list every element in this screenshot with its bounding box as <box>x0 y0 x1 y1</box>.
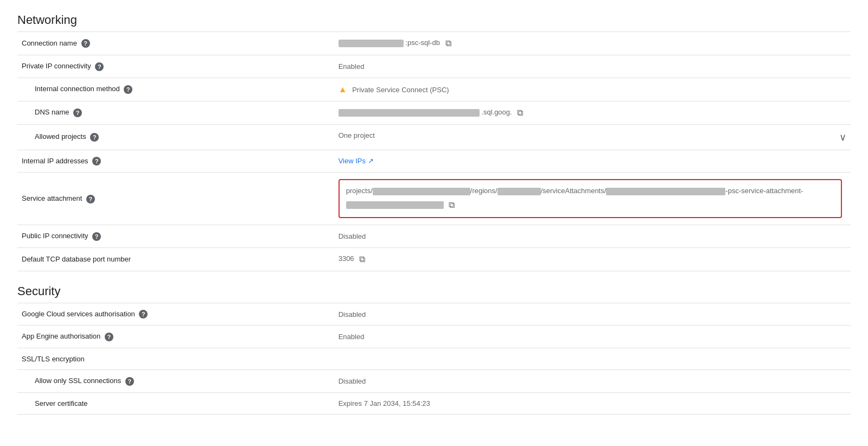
connection-name-copy-icon[interactable]: ⧉ <box>445 39 451 48</box>
server-cert-label: Server certificate <box>17 392 334 414</box>
table-row: Internal IP addresses ? View IPs ↗ <box>17 150 851 173</box>
allow-ssl-help-icon[interactable]: ? <box>125 377 134 386</box>
table-row: Default TCP database port number 3306 ⧉ <box>17 247 851 271</box>
dns-name-label: DNS name ? <box>17 101 334 124</box>
table-row: Allow only SSL connections ? Disabled <box>17 370 851 393</box>
table-row: Private IP connectivity ? Enabled <box>17 55 851 78</box>
internal-ip-label: Internal IP addresses ? <box>17 150 334 173</box>
internal-ip-help-icon[interactable]: ? <box>92 157 101 165</box>
table-row: App Engine authorisation ? Enabled <box>17 326 851 348</box>
ssl-tls-label: SSL/TLS encryption <box>17 348 334 370</box>
dns-name-copy-icon[interactable]: ⧉ <box>517 108 523 118</box>
table-row: Google Cloud services authorisation ? Di… <box>17 303 851 326</box>
service-attachment-value: projects//regions//serviceAttachments/-p… <box>334 173 851 225</box>
networking-title: Networking <box>17 13 851 27</box>
tcp-port-copy-icon[interactable]: ⧉ <box>359 254 365 264</box>
dns-name-help-icon[interactable]: ? <box>73 109 82 117</box>
allow-ssl-value: Disabled <box>334 370 851 393</box>
ssl-tls-value <box>334 348 851 370</box>
connection-name-redacted <box>339 40 404 47</box>
private-ip-label: Private IP connectivity ? <box>17 55 334 78</box>
internal-ip-value: View IPs ↗ <box>334 150 851 173</box>
connection-name-help-icon[interactable]: ? <box>81 39 90 48</box>
connection-name-suffix: :psc-sql-db <box>405 39 440 47</box>
server-cert-value: Expires 7 Jan 2034, 15:54:23 <box>334 392 851 414</box>
gcs-auth-label: Google Cloud services authorisation ? <box>17 303 334 326</box>
table-row: Internal connection method ? ▲ Private S… <box>17 78 851 101</box>
allowed-projects-value: One project ∨ <box>334 124 851 150</box>
service-attachment-copy-icon[interactable]: ⧉ <box>449 197 455 213</box>
service-attachment-box: projects//regions//serviceAttachments/-p… <box>339 179 842 218</box>
app-engine-help-icon[interactable]: ? <box>105 333 113 341</box>
service-attachment-label: Service attachment ? <box>17 173 334 225</box>
table-row: Allowed projects ? One project ∨ <box>17 124 851 150</box>
table-row: DNS name ? .sql.goog. ⧉ <box>17 101 851 124</box>
dns-name-redacted <box>339 109 480 117</box>
dns-name-suffix: .sql.goog. <box>481 108 512 116</box>
networking-table: Connection name ? :psc-sql-db ⧉ Private … <box>17 31 851 271</box>
internal-connection-label: Internal connection method ? <box>17 78 334 101</box>
table-row: SSL/TLS encryption <box>17 348 851 370</box>
tcp-port-label: Default TCP database port number <box>17 247 334 271</box>
security-title: Security <box>17 271 851 303</box>
service-attachment-help-icon[interactable]: ? <box>86 195 95 203</box>
private-ip-help-icon[interactable]: ? <box>95 62 104 71</box>
app-engine-label: App Engine authorisation ? <box>17 326 334 348</box>
table-row: Server certificate Expires 7 Jan 2034, 1… <box>17 392 851 414</box>
allowed-projects-expand-icon[interactable]: ∨ <box>839 131 846 143</box>
gcs-auth-help-icon[interactable]: ? <box>139 310 148 318</box>
external-link-icon: ↗ <box>368 157 374 165</box>
internal-connection-help-icon[interactable]: ? <box>124 85 132 94</box>
public-ip-label: Public IP connectivity ? <box>17 225 334 248</box>
warning-icon: ▲ <box>339 85 347 94</box>
sa-attachment-suffix-redacted <box>346 201 444 209</box>
table-row: Public IP connectivity ? Disabled <box>17 225 851 248</box>
allowed-projects-label: Allowed projects ? <box>17 124 334 150</box>
sa-attachment-redacted <box>606 188 725 195</box>
security-table: Google Cloud services authorisation ? Di… <box>17 303 851 415</box>
allow-ssl-label: Allow only SSL connections ? <box>17 370 334 393</box>
allowed-projects-help-icon[interactable]: ? <box>90 133 99 142</box>
dns-name-value: .sql.goog. ⧉ <box>334 101 851 124</box>
connection-name-label: Connection name ? <box>17 32 334 55</box>
connection-name-value: :psc-sql-db ⧉ <box>334 32 851 55</box>
gcs-auth-value: Disabled <box>334 303 851 326</box>
public-ip-help-icon[interactable]: ? <box>92 232 101 241</box>
sa-project-redacted <box>373 188 470 195</box>
private-ip-value: Enabled <box>334 55 851 78</box>
view-ips-link[interactable]: View IPs ↗ <box>339 157 374 165</box>
app-engine-value: Enabled <box>334 326 851 348</box>
internal-connection-value: ▲ Private Service Connect (PSC) <box>334 78 851 101</box>
tcp-port-value: 3306 ⧉ <box>334 247 851 271</box>
table-row: Service attachment ? projects//regions//… <box>17 173 851 225</box>
public-ip-value: Disabled <box>334 225 851 248</box>
sa-region-redacted <box>497 188 541 195</box>
table-row: Connection name ? :psc-sql-db ⧉ <box>17 32 851 55</box>
